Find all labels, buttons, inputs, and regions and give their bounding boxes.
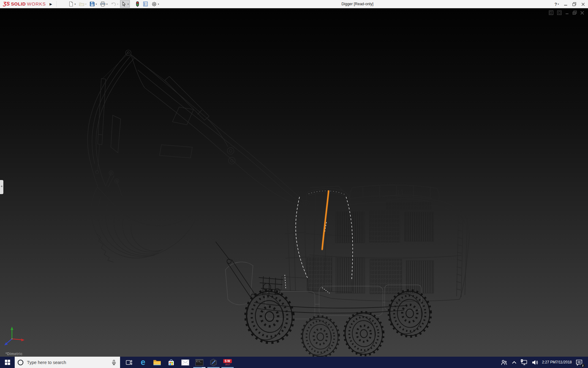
solidworks-2017-icon: SW 2017 <box>223 359 232 366</box>
select-cursor-icon <box>121 1 127 7</box>
microphone-icon[interactable] <box>111 359 117 366</box>
tray-time: 2:27 PM <box>542 360 556 365</box>
action-center-button[interactable]: 2 <box>575 358 583 366</box>
doc-window-icon[interactable] <box>548 10 554 15</box>
file-explorer-icon <box>153 359 161 366</box>
rebuild-traffic-light-icon <box>135 1 140 7</box>
hexagon-app-button[interactable] <box>206 357 221 368</box>
caret-down-icon[interactable]: ▾ <box>127 3 129 6</box>
doc-window-alt-icon[interactable] <box>557 10 562 15</box>
taskbar-search[interactable]: Type here to search <box>15 357 120 368</box>
dassault-3ds-logo-icon: ƷS <box>3 1 10 7</box>
doc-restore-icon[interactable] <box>572 10 577 15</box>
chevron-up-icon <box>511 359 517 366</box>
rebuild-button[interactable] <box>134 0 141 8</box>
print-button[interactable]: ▾ <box>99 0 109 8</box>
options-button[interactable]: ▾ <box>150 0 160 8</box>
caret-down-icon[interactable]: ▾ <box>117 3 118 6</box>
speaker-icon <box>531 359 539 366</box>
doc-minimize-icon[interactable] <box>565 11 569 15</box>
edge-icon: e <box>141 358 145 366</box>
title-bar: ƷS SOLIDWORKS ▶ ▾ ▾ ▾ ▾ ▾ <box>0 0 588 8</box>
mail-icon <box>181 359 189 366</box>
task-view-button[interactable] <box>122 357 136 368</box>
cortana-icon <box>17 359 24 366</box>
tray-date: 7/11/2018 <box>556 360 572 365</box>
featuremanager-collapsed-tab[interactable] <box>0 180 3 194</box>
open-button[interactable]: ▾ <box>77 0 88 8</box>
save-button[interactable]: ▾ <box>88 0 98 8</box>
file-explorer-button[interactable] <box>150 357 164 368</box>
people-icon <box>500 359 508 366</box>
windows-logo-icon <box>5 360 10 365</box>
brand-solid: SOLID <box>11 1 26 6</box>
toolbar-separator <box>56 1 57 7</box>
caret-down-icon[interactable]: ▾ <box>85 3 86 6</box>
new-document-icon <box>68 1 74 7</box>
caret-down-icon[interactable]: ▾ <box>558 3 559 6</box>
select-tool-button[interactable]: ▾ <box>120 0 130 8</box>
selected-edge <box>322 191 329 249</box>
excavator-wireframe <box>0 8 588 357</box>
file-properties-button[interactable] <box>141 0 149 8</box>
task-view-icon <box>125 359 133 366</box>
file-properties-icon <box>143 1 148 7</box>
command-prompt-button[interactable]: C:\_ <box>192 357 206 368</box>
help-question-icon: ? <box>554 2 557 7</box>
network-button[interactable] <box>521 359 528 366</box>
gear-icon <box>151 1 157 7</box>
caret-down-icon[interactable]: ▾ <box>106 3 107 6</box>
windows-taskbar: Type here to search e C:\_ <box>0 357 588 368</box>
network-display-icon <box>521 359 528 366</box>
help-button[interactable]: ? ▾ <box>554 2 559 7</box>
window-controls: ? ▾ <box>554 0 585 8</box>
save-floppy-icon <box>89 1 95 7</box>
tray-clock[interactable]: 2:27 PM 7/11/2018 <box>542 360 572 365</box>
minimize-button[interactable] <box>564 2 567 6</box>
wheel-rear-left <box>342 310 385 357</box>
system-tray: 2:27 PM 7/11/2018 2 <box>500 357 588 368</box>
menu-expand-arrow-icon[interactable]: ▶ <box>48 2 54 7</box>
quick-access-toolbar: ▾ ▾ ▾ ▾ ▾ ▾ <box>67 0 160 8</box>
close-icon <box>581 2 585 6</box>
volume-button[interactable] <box>531 359 539 366</box>
command-prompt-icon: C:\_ <box>195 359 203 366</box>
window-title: Digger [Read-only] <box>321 0 394 8</box>
close-button[interactable] <box>581 2 585 6</box>
wheel-front-right <box>300 315 341 357</box>
taskbar-app-icons: e C:\_ SW 2017 <box>122 357 235 368</box>
solidworks-app-button[interactable]: SW 2017 <box>221 357 235 368</box>
boom-arm <box>126 50 304 207</box>
graphics-viewport[interactable]: *Dimetric <box>0 8 588 357</box>
mail-button[interactable] <box>178 357 192 368</box>
start-button[interactable] <box>0 357 15 368</box>
hexagon-app-icon <box>209 358 217 366</box>
print-icon <box>100 1 106 7</box>
brand-works: WORKS <box>27 1 46 6</box>
edge-browser-button[interactable]: e <box>136 357 150 368</box>
microsoft-store-button[interactable] <box>164 357 178 368</box>
people-button[interactable] <box>500 359 508 366</box>
caret-down-icon[interactable]: ▾ <box>158 3 159 6</box>
y-axis-arrow <box>11 327 13 330</box>
view-orientation-label: *Dimetric <box>6 352 22 356</box>
store-icon <box>168 359 175 366</box>
document-window-controls <box>548 10 584 15</box>
caret-down-icon[interactable]: ▾ <box>74 3 76 6</box>
bucket <box>91 171 197 262</box>
caret-down-icon[interactable]: ▾ <box>96 3 97 6</box>
doc-close-icon[interactable] <box>580 11 584 15</box>
solidworks-window: ƷS SOLIDWORKS ▶ ▾ ▾ ▾ ▾ ▾ <box>0 0 588 368</box>
restore-icon <box>572 2 576 6</box>
undo-button[interactable]: ▾ <box>109 0 119 8</box>
minimize-icon <box>564 2 567 6</box>
undo-arrow-icon <box>111 1 116 7</box>
x-axis-arrow <box>21 339 24 341</box>
notification-badge: 2 <box>581 363 585 368</box>
hidden-icons-button[interactable] <box>511 359 517 366</box>
orientation-triad <box>2 325 26 349</box>
new-document-button[interactable]: ▾ <box>67 0 77 8</box>
dipper-arm <box>88 52 134 186</box>
search-placeholder: Type here to search <box>27 360 108 365</box>
restore-button[interactable] <box>572 2 576 6</box>
